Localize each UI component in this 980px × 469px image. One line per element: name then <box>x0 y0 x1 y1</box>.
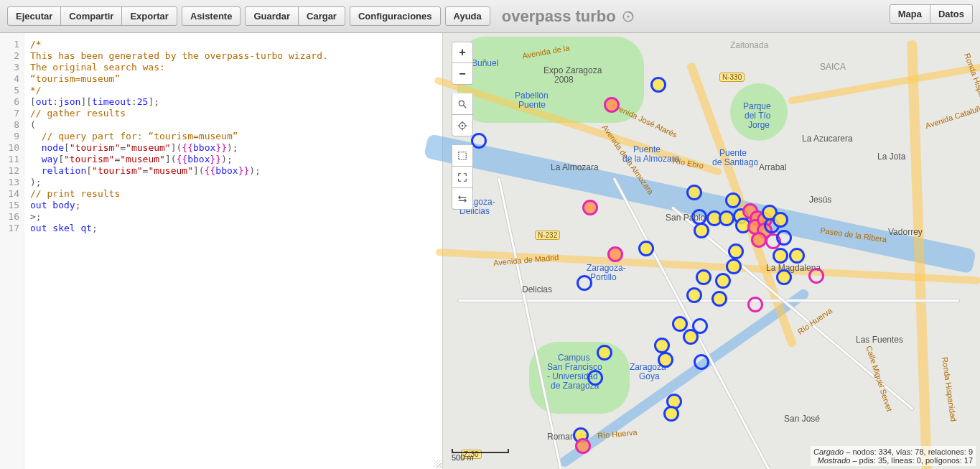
toggle-data-button[interactable] <box>452 188 473 210</box>
poi-marker[interactable] <box>587 370 603 386</box>
poi-marker[interactable] <box>650 77 666 93</box>
map-label: Goya <box>639 371 660 381</box>
poi-marker[interactable] <box>663 406 679 422</box>
search-icon <box>457 99 467 109</box>
bbox-select-button[interactable] <box>452 145 473 167</box>
poi-marker[interactable] <box>789 248 805 264</box>
poi-marker[interactable] <box>686 185 702 200</box>
poi-marker[interactable] <box>686 287 702 303</box>
wizard-button[interactable]: Asistente <box>182 6 241 26</box>
map-label: de Santiago <box>712 157 758 167</box>
code-line[interactable]: /* <box>30 39 437 50</box>
poi-marker[interactable] <box>719 210 734 226</box>
code-line[interactable]: // gather results <box>30 108 437 119</box>
tab-data[interactable]: Datos <box>930 4 973 24</box>
share-button[interactable]: Compartir <box>60 6 122 26</box>
code-line[interactable]: out body; <box>30 200 437 211</box>
poi-marker[interactable] <box>575 438 591 454</box>
poi-marker[interactable] <box>694 354 709 370</box>
highway-shield: N-330 <box>719 73 745 82</box>
code-line[interactable]: [out:json][timeout:25]; <box>30 96 437 108</box>
help-button[interactable]: Ayuda <box>445 6 490 26</box>
poi-marker[interactable] <box>711 291 727 307</box>
poi-marker[interactable] <box>597 345 612 361</box>
code-line[interactable]: relation["tourism"="museum"]({{bbox}}); <box>30 165 437 177</box>
poi-marker[interactable] <box>696 269 711 285</box>
query-editor[interactable]: 1234567891011121314151617 /*This has bee… <box>0 33 443 469</box>
code-line[interactable]: out skel qt; <box>30 223 437 234</box>
map-label: La Azucarera <box>802 134 853 144</box>
code-line[interactable]: // query part for: “tourism=museum” <box>30 131 437 142</box>
code-line[interactable]: ); <box>30 177 437 188</box>
poi-marker[interactable] <box>747 297 763 312</box>
locate-icon <box>457 121 467 131</box>
code-line[interactable]: // print results <box>30 188 437 200</box>
search-button[interactable] <box>452 93 473 115</box>
map-label: San José <box>784 414 820 424</box>
map-stats: Cargado – nodos: 334, vías: 78, relacion… <box>811 446 976 466</box>
locate-button[interactable] <box>452 115 473 136</box>
poi-marker[interactable] <box>604 97 620 113</box>
save-button[interactable]: Guardar <box>245 6 299 26</box>
poi-marker[interactable] <box>751 232 767 248</box>
poi-marker[interactable] <box>672 316 688 332</box>
zoom-in-button[interactable]: + <box>452 42 473 63</box>
poi-marker[interactable] <box>728 243 744 259</box>
poi-marker[interactable] <box>776 230 792 246</box>
code-line[interactable]: node["tourism"="museum"]({{bbox}}); <box>30 142 437 154</box>
poi-marker[interactable] <box>694 223 709 238</box>
code-line[interactable]: */ <box>30 85 437 96</box>
zoom-out-button[interactable]: − <box>452 63 473 85</box>
code-line[interactable]: The original search was: <box>30 62 437 73</box>
code-line[interactable]: >; <box>30 211 437 223</box>
tab-map[interactable]: Mapa <box>890 4 930 24</box>
line-gutter: 1234567891011121314151617 <box>0 33 24 469</box>
poi-marker[interactable] <box>726 259 742 274</box>
poi-marker[interactable] <box>773 248 788 264</box>
run-button[interactable]: Ejecutar <box>7 6 61 26</box>
poi-marker[interactable] <box>471 133 487 149</box>
poi-marker[interactable] <box>607 246 623 262</box>
resize-handle-icon[interactable] <box>434 460 442 468</box>
poi-marker[interactable] <box>808 268 824 284</box>
code-line[interactable]: way["tourism"="museum"]({{bbox}}); <box>30 154 437 165</box>
map-label: 2008 <box>554 75 574 85</box>
poi-marker[interactable] <box>692 318 708 334</box>
map-label: Puente <box>719 148 747 158</box>
app-title: overpass turbo <box>502 7 635 26</box>
map-label: Vadorrey <box>888 227 923 237</box>
map-label: Zaitonada <box>730 40 768 50</box>
poi-marker[interactable] <box>582 200 598 215</box>
map-panel[interactable]: Mapa Datos BuñuelAvenida de laExpo Zarag… <box>443 33 980 469</box>
code-line[interactable]: This has been generated by the overpass-… <box>30 50 437 62</box>
fullscreen-button[interactable] <box>452 167 473 188</box>
settings-button[interactable]: Configuraciones <box>350 6 441 26</box>
poi-marker[interactable] <box>658 352 673 368</box>
map-label: Jesús <box>809 195 831 205</box>
code-line[interactable]: ( <box>30 119 437 131</box>
poi-marker[interactable] <box>715 273 731 289</box>
map-label: La Jota <box>877 152 905 162</box>
poi-marker[interactable] <box>577 275 592 291</box>
map-label: Pabellón <box>515 90 549 101</box>
poi-marker[interactable] <box>654 338 670 353</box>
map-label: Portillo <box>590 272 617 282</box>
map-label: Puente <box>633 144 661 154</box>
toggle-icon <box>457 194 467 204</box>
turbo-icon <box>622 10 635 23</box>
map-label: Las Fuentes <box>856 335 903 345</box>
load-button[interactable]: Cargar <box>298 6 345 26</box>
poi-marker[interactable] <box>725 192 741 208</box>
code-area[interactable]: /*This has been generated by the overpas… <box>24 33 442 469</box>
fullscreen-icon <box>457 172 467 182</box>
svg-line-3 <box>464 105 467 108</box>
map-label: Puente <box>518 100 546 110</box>
svg-point-2 <box>459 101 464 106</box>
export-button[interactable]: Exportar <box>121 6 177 26</box>
poi-marker[interactable] <box>638 241 654 256</box>
poi-marker[interactable] <box>773 212 788 228</box>
map-label: SAICA <box>820 62 846 72</box>
code-line[interactable]: “tourism=museum” <box>30 73 437 85</box>
map-canvas[interactable]: BuñuelAvenida de laExpo Zaragoza2008Pabe… <box>443 33 980 469</box>
poi-marker[interactable] <box>776 269 792 285</box>
